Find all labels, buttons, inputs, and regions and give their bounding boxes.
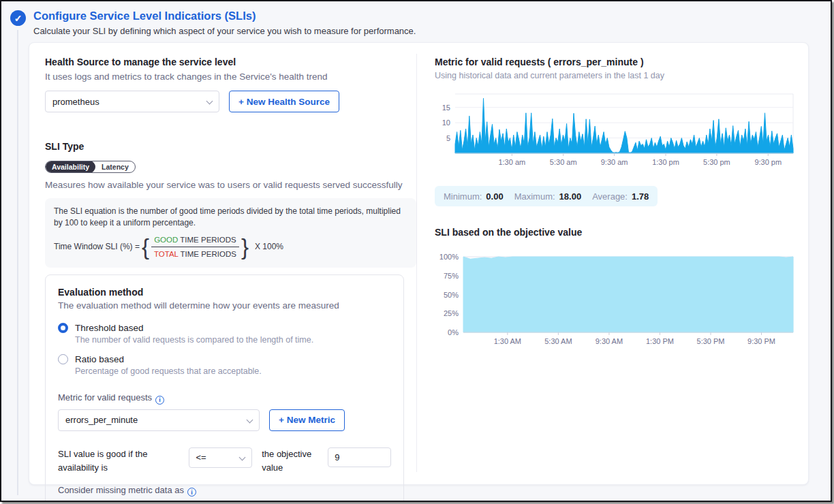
page-title: Configure Service Level Indicatiors (SLI…: [33, 10, 256, 22]
radio-ratio-based[interactable]: Ratio based: [58, 354, 391, 364]
right-brace: }: [241, 237, 249, 257]
objective-value-input[interactable]: 9: [328, 447, 391, 467]
page-subtitle: Calculate your SLI by defining which asp…: [33, 26, 416, 36]
average-value: 1.78: [632, 191, 649, 202]
evaluation-method-description: The evaluation method will determine how…: [58, 300, 391, 311]
svg-text:5:30 pm: 5:30 pm: [703, 158, 730, 166]
sli-equation-text: The SLI equation is the number of good t…: [54, 206, 407, 230]
sli-objective-chart: 0%25%50%75%100%1:30 AM5:30 AM9:30 AM1:30…: [435, 249, 797, 352]
maximum-value: 18.00: [559, 191, 582, 202]
metric-chart-subtitle: Using historical data and current parame…: [435, 71, 799, 80]
svg-text:75%: 75%: [444, 272, 459, 280]
left-brace: {: [142, 237, 149, 257]
metric-select[interactable]: errors_per_minute: [58, 409, 260, 431]
svg-text:25%: 25%: [444, 309, 459, 317]
health-source-select[interactable]: prometheus: [45, 91, 219, 112]
svg-text:50%: 50%: [444, 291, 459, 299]
missing-metric-label-text: Consider missing metric data as: [58, 485, 184, 495]
svg-text:1:30 pm: 1:30 pm: [652, 158, 679, 166]
sli-condition-suffix: the objective value: [262, 447, 318, 475]
metric-stats-badge: Minimum: 0.00 Maximum: 18.00 Average: 1.…: [435, 186, 658, 206]
sli-type-description: Measures how available your service was …: [45, 180, 416, 190]
threshold-based-label: Threshold based: [75, 323, 144, 333]
step-complete-check-icon: ✓: [10, 10, 26, 26]
ratio-based-label: Ratio based: [75, 354, 124, 364]
svg-text:1:30 am: 1:30 am: [498, 158, 525, 166]
radio-threshold-based[interactable]: Threshold based: [58, 323, 391, 333]
charts-column: Metric for valid requests ( errors_per_m…: [435, 43, 799, 352]
health-source-selected-value: prometheus: [52, 97, 99, 107]
sli-config-card: Health Source to manage the service leve…: [29, 42, 809, 485]
sli-type-toggle: Availability Latency: [45, 161, 136, 173]
svg-text:9:30 pm: 9:30 pm: [754, 158, 782, 166]
metric-timeseries-chart: 510151:30 am5:30 am9:30 am1:30 pm5:30 pm…: [435, 89, 797, 170]
numerator-rest: TIME PERIODS: [178, 236, 236, 244]
new-metric-button[interactable]: + New Metric: [269, 409, 345, 431]
sli-type-heading: SLI Type: [45, 141, 416, 152]
svg-text:15: 15: [442, 104, 450, 112]
threshold-based-description: The number of valid requests is compared…: [75, 335, 391, 345]
sli-chart-title: SLI based on the objective value: [435, 227, 799, 238]
svg-text:9:30 am: 9:30 am: [601, 158, 628, 166]
sli-type-option-latency[interactable]: Latency: [95, 161, 135, 173]
denominator-rest: TIME PERIODS: [179, 250, 236, 258]
equation-fraction: GOOD TIME PERIODS TOTAL TIME PERIODS: [151, 234, 239, 260]
good-term: GOOD: [154, 236, 178, 244]
sli-equation-formula: Time Window SLI (%) = { GOOD TIME PERIOD…: [54, 234, 407, 260]
ratio-based-description: Percentage of good requests that are acc…: [75, 366, 391, 376]
sli-form-column: Health Source to manage the service leve…: [45, 43, 416, 502]
info-icon[interactable]: i: [187, 488, 196, 497]
sli-condition-prefix: SLI value is good if the availability is: [58, 447, 179, 475]
health-source-description: It uses logs and metrics to track change…: [45, 72, 416, 82]
svg-text:5:30 am: 5:30 am: [550, 158, 577, 166]
sli-equation-box: The SLI equation is the number of good t…: [45, 198, 416, 268]
operator-selected-value: <=: [196, 452, 206, 462]
metric-label-text: Metric for valid requests: [58, 392, 152, 403]
svg-text:10: 10: [442, 119, 450, 127]
svg-text:100%: 100%: [439, 253, 459, 261]
app-window: ✓ Configure Service Level Indicatiors (S…: [0, 0, 832, 502]
info-icon[interactable]: i: [155, 396, 164, 405]
svg-text:5:30 PM: 5:30 PM: [697, 337, 725, 345]
stepper-line: [17, 30, 18, 495]
operator-select[interactable]: <=: [189, 447, 253, 468]
svg-text:0%: 0%: [448, 328, 459, 336]
svg-text:5: 5: [446, 134, 450, 142]
metric-for-valid-requests-label: Metric for valid requestsi: [58, 392, 391, 405]
sli-type-option-availability[interactable]: Availability: [46, 161, 95, 173]
average-label: Average:: [592, 191, 628, 202]
chevron-down-icon: [206, 98, 213, 105]
chevron-down-icon: [247, 416, 253, 423]
svg-text:9:30 AM: 9:30 AM: [596, 337, 623, 345]
equation-prefix: Time Window SLI (%) =: [54, 241, 140, 253]
health-source-heading: Health Source to manage the service leve…: [45, 57, 416, 67]
column-divider: [416, 54, 417, 472]
radio-selected-icon: [58, 323, 68, 333]
metric-chart-title: Metric for valid requests ( errors_per_m…: [435, 57, 799, 67]
maximum-label: Maximum:: [514, 191, 555, 202]
radio-unselected-icon: [58, 354, 68, 364]
missing-metric-label: Consider missing metric data asi: [58, 485, 391, 497]
equation-suffix: X 100%: [255, 241, 283, 253]
svg-text:1:30 AM: 1:30 AM: [494, 337, 521, 345]
evaluation-method-heading: Evaluation method: [58, 287, 391, 298]
chevron-down-icon: [239, 454, 246, 460]
total-term: TOTAL: [154, 250, 179, 258]
svg-text:9:30 PM: 9:30 PM: [747, 337, 775, 345]
svg-text:5:30 AM: 5:30 AM: [544, 337, 572, 345]
metric-selected-value: errors_per_minute: [65, 415, 138, 425]
evaluation-method-card: Evaluation method The evaluation method …: [45, 274, 404, 502]
svg-text:1:30 PM: 1:30 PM: [646, 337, 674, 345]
new-health-source-button[interactable]: + New Health Source: [229, 91, 339, 112]
minimum-label: Minimum:: [444, 191, 482, 202]
minimum-value: 0.00: [486, 191, 503, 202]
